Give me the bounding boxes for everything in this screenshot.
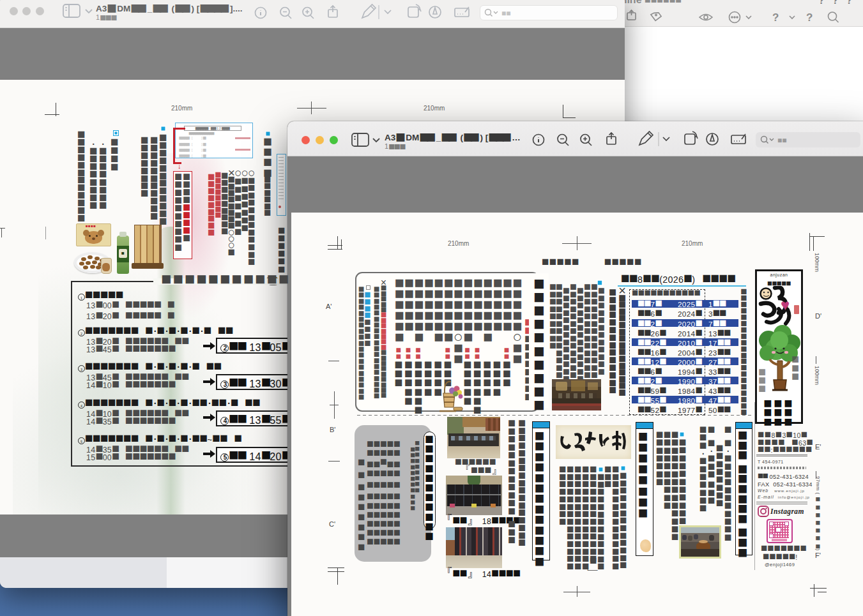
svg-text:?: ?	[806, 11, 813, 24]
svg-text:?: ?	[772, 11, 779, 24]
